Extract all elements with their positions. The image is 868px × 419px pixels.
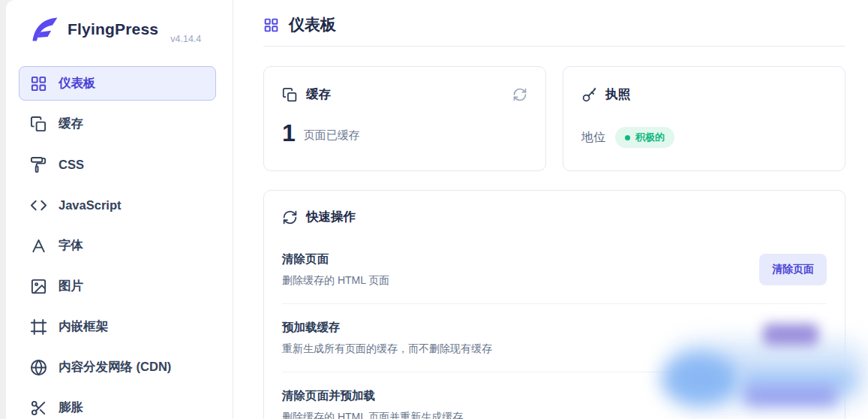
code-icon — [30, 197, 47, 214]
globe-icon — [30, 359, 47, 376]
sidebar-item-images[interactable]: 图片 — [19, 269, 216, 303]
action-info: 预加载缓存 重新生成所有页面的缓存，而不删除现有缓存 — [282, 320, 492, 356]
action-description: 删除缓存的 HTML 页面并重新生成缓存 — [282, 411, 463, 419]
cache-count-row: 1 页面已缓存 — [282, 121, 527, 145]
action-title: 预加载缓存 — [282, 320, 492, 336]
flyingpress-dashboard: FlyingPress v4.14.4 仪表板 缓存 CSS — [0, 0, 868, 419]
action-description: 重新生成所有页面的缓存，而不删除现有缓存 — [282, 342, 492, 356]
sidebar-item-dashboard[interactable]: 仪表板 — [19, 66, 216, 101]
action-description: 删除缓存的 HTML 页面 — [282, 274, 389, 288]
sidebar-item-cache[interactable]: 缓存 — [19, 107, 216, 141]
font-icon — [30, 237, 47, 255]
refresh-icon — [512, 87, 527, 102]
key-icon — [581, 87, 597, 103]
copy-icon — [282, 87, 298, 103]
sidebar-item-css[interactable]: CSS — [19, 147, 216, 182]
cached-pages-label: 页面已缓存 — [304, 124, 360, 143]
action-info: 清除页面并预加载 删除缓存的 HTML 页面并重新生成缓存 — [282, 388, 463, 419]
license-card-title: 执照 — [605, 86, 630, 103]
cached-pages-count: 1 — [282, 121, 296, 145]
action-title: 清除页面并预加载 — [282, 388, 463, 404]
blurred-wave-shape — [662, 353, 738, 405]
app-version: v4.14.4 — [170, 34, 201, 47]
license-status-value: 积极的 — [635, 131, 665, 144]
sidebar-item-label: 内容分发网络 (CDN) — [59, 359, 171, 375]
license-status-badge: 积极的 — [615, 127, 674, 148]
action-info: 清除页面 删除缓存的 HTML 页面 — [282, 252, 389, 288]
action-title: 清除页面 — [282, 252, 389, 267]
refresh-icon — [282, 210, 298, 225]
refresh-cache-count-button[interactable] — [512, 87, 527, 102]
page-title: 仪表板 — [289, 14, 336, 35]
license-status-label: 地位 — [581, 130, 605, 146]
sidebar-item-label: 膨胀 — [59, 399, 83, 416]
license-card: 执照 地位 积极的 — [563, 66, 845, 171]
scissors-icon — [30, 399, 47, 417]
header-divider — [263, 46, 845, 47]
copy-icon — [30, 116, 47, 133]
frame-icon — [30, 318, 47, 336]
logo-row: FlyingPress v4.14.4 — [19, 12, 216, 47]
sidebar-item-bloat[interactable]: 膨胀 — [19, 390, 216, 419]
page-header: 仪表板 — [263, 11, 845, 39]
sidebar-item-label: JavaScript — [59, 198, 121, 213]
sidebar-item-label: 字体 — [59, 237, 83, 254]
sidebar-item-label: 仪表板 — [59, 75, 96, 92]
sidebar-item-label: CSS — [59, 158, 84, 172]
stat-cards-row: 缓存 1 页面已缓存 执照 — [263, 66, 845, 171]
quick-actions-header: 快速操作 — [282, 209, 827, 225]
app-name: FlyingPress — [68, 20, 158, 38]
sidebar-nav: 仪表板 缓存 CSS JavaScript 字体 — [19, 66, 216, 419]
license-card-header: 执照 — [581, 86, 827, 103]
status-dot-icon — [625, 135, 630, 140]
sidebar-item-fonts[interactable]: 字体 — [19, 228, 216, 263]
sidebar-item-label: 图片 — [59, 278, 83, 294]
cache-card-title: 缓存 — [306, 86, 331, 103]
sidebar-item-iframes[interactable]: 内嵌框架 — [19, 309, 216, 344]
blurred-button — [744, 386, 837, 406]
flyingpress-logo-icon — [28, 13, 61, 46]
license-status-row: 地位 积极的 — [581, 127, 827, 148]
paint-roller-icon — [30, 156, 47, 173]
sidebar-item-javascript[interactable]: JavaScript — [19, 188, 216, 222]
sidebar: FlyingPress v4.14.4 仪表板 缓存 CSS — [6, 0, 233, 419]
sidebar-item-label: 缓存 — [59, 116, 83, 132]
cache-card-header: 缓存 — [282, 86, 527, 103]
grid-icon — [263, 17, 279, 33]
action-row-purge-pages: 清除页面 删除缓存的 HTML 页面 清除页面 — [282, 236, 827, 303]
grid-icon — [30, 75, 47, 92]
purge-pages-button[interactable]: 清除页面 — [759, 254, 827, 285]
quick-actions-title: 快速操作 — [306, 209, 356, 225]
sidebar-item-label: 内嵌框架 — [59, 318, 108, 335]
image-icon — [30, 278, 47, 295]
sidebar-item-cdn[interactable]: 内容分发网络 (CDN) — [19, 350, 216, 384]
blurred-button — [763, 324, 818, 345]
cache-card: 缓存 1 页面已缓存 — [263, 66, 546, 171]
